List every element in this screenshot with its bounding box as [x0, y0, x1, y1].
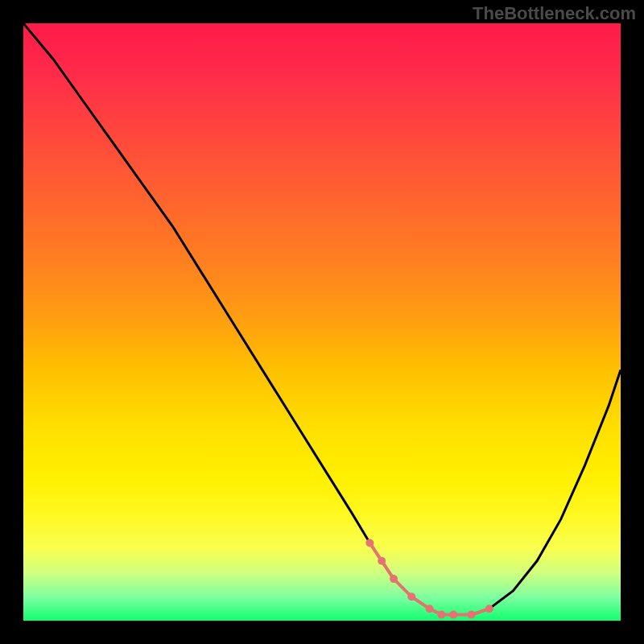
svg-line-2: [369, 543, 382, 561]
svg-line-8: [411, 597, 429, 609]
svg-line-6: [394, 579, 411, 597]
curve-svg: [23, 23, 621, 621]
watermark-text: TheBottleneck.com: [473, 3, 636, 24]
plot-area: [23, 23, 621, 621]
svg-line-4: [382, 561, 394, 579]
bottleneck-curve: [23, 23, 621, 615]
optimal-markers: [365, 539, 493, 619]
